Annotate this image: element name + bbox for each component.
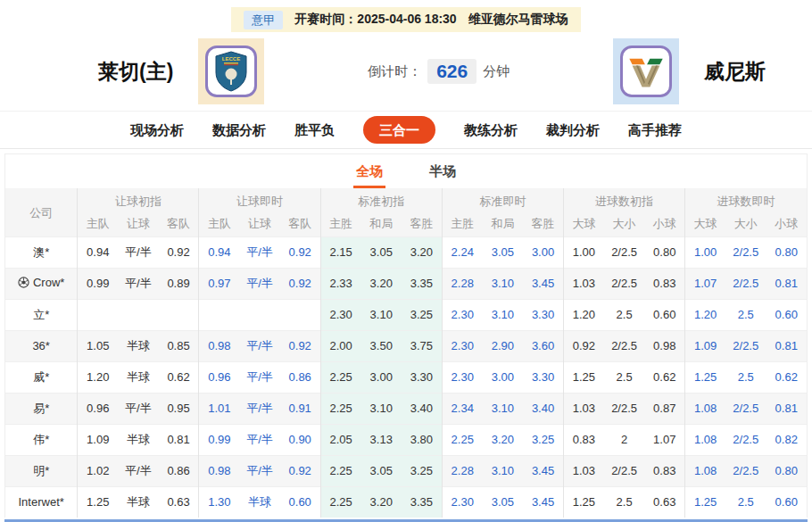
odds-cell[interactable]: 0.80 [766,236,807,268]
odds-cell[interactable]: 1.01 [199,393,239,424]
odds-cell[interactable]: 0.82 [766,424,807,455]
odds-cell[interactable]: 3.00 [483,361,523,393]
league-badge[interactable]: 意甲 [244,11,283,29]
odds-cell[interactable]: 半球 [239,486,279,518]
nav-tab-7[interactable]: 高手推荐 [628,123,682,137]
odds-cell[interactable]: 3.60 [523,330,563,361]
odds-cell[interactable]: 0.92 [280,236,320,268]
odds-cell[interactable]: 1.20 [685,299,725,330]
odds-cell[interactable]: 0.60 [280,486,320,518]
odds-cell[interactable]: 0.92 [280,455,320,486]
odds-cell[interactable]: 0.92 [280,268,320,299]
odds-cell[interactable]: 3.05 [483,486,523,518]
nav-tab-5[interactable]: 教练分析 [464,123,518,137]
nav-tab-2[interactable]: 数据分析 [212,123,266,137]
odds-cell[interactable]: 3.25 [523,424,563,455]
odds-cell[interactable]: 2.5 [725,486,766,518]
odds-cell[interactable]: 2.30 [442,486,482,518]
odds-cell: 2/2.5 [604,330,644,361]
odds-cell[interactable]: 2.30 [442,299,482,330]
odds-cell[interactable]: 平/半 [239,268,279,299]
odds-cell[interactable]: 1.25 [685,361,725,393]
odds-cell[interactable]: 0.98 [199,330,239,361]
nav-tab-4[interactable]: 三合一 [363,116,435,144]
odds-cell[interactable]: 3.10 [483,393,523,424]
odds-cell[interactable]: 平/半 [239,236,279,268]
company-cell: 澳* [5,236,78,268]
odds-cell[interactable]: 2/2.5 [725,268,766,299]
odds-cell[interactable]: 2/2.5 [725,236,766,268]
odds-cell[interactable]: 0.96 [199,361,239,393]
odds-cell[interactable] [239,299,279,330]
odds-cell[interactable]: 1.30 [199,486,239,518]
sub-header: 和局 [483,211,523,236]
odds-cell[interactable]: 2.30 [442,361,482,393]
odds-cell[interactable]: 平/半 [239,330,279,361]
odds-cell[interactable]: 1.25 [685,486,725,518]
odds-cell[interactable]: 3.10 [483,268,523,299]
odds-cell[interactable]: 1.09 [685,330,725,361]
odds-cell[interactable]: 0.60 [766,299,807,330]
odds-cell[interactable]: 0.80 [766,455,807,486]
odds-cell[interactable]: 2.24 [442,236,482,268]
odds-cell[interactable]: 2.30 [442,330,482,361]
odds-cell[interactable]: 1.08 [685,455,725,486]
odds-cell[interactable] [280,299,320,330]
nav-tab-6[interactable]: 裁判分析 [546,123,600,137]
odds-cell[interactable]: 平/半 [239,455,279,486]
odds-cell[interactable]: 平/半 [239,424,279,455]
odds-cell[interactable]: 2/2.5 [725,330,766,361]
odds-cell[interactable]: 0.91 [280,393,320,424]
odds-cell[interactable]: 3.45 [523,486,563,518]
odds-cell[interactable]: 2/2.5 [725,393,766,424]
odds-cell[interactable]: 3.30 [523,299,563,330]
odds-cell[interactable]: 2.28 [442,455,482,486]
odds-cell[interactable]: 2.28 [442,268,482,299]
odds-cell[interactable]: 0.86 [280,361,320,393]
odds-cell[interactable]: 0.90 [280,424,320,455]
odds-cell[interactable]: 2.34 [442,393,482,424]
odds-cell[interactable]: 3.10 [483,455,523,486]
odds-cell[interactable]: 1.07 [685,268,725,299]
odds-cell[interactable]: 2/2.5 [725,455,766,486]
odds-cell[interactable]: 0.97 [199,268,239,299]
odds-cell[interactable]: 0.99 [199,424,239,455]
odds-cell[interactable] [199,299,239,330]
odds-cell[interactable]: 3.45 [523,455,563,486]
odds-cell[interactable]: 2.90 [483,330,523,361]
odds-cell[interactable]: 0.60 [766,486,807,518]
odds-cell[interactable]: 3.10 [483,299,523,330]
sub-header: 大球 [685,211,725,236]
odds-cell[interactable]: 0.81 [766,268,807,299]
odds-cell[interactable]: 0.81 [766,330,807,361]
odds-cell[interactable]: 2/2.5 [725,424,766,455]
odds-cell[interactable]: 3.30 [523,361,563,393]
odds-cell[interactable]: 1.00 [685,236,725,268]
odds-cell[interactable]: 0.62 [766,361,807,393]
odds-cell[interactable]: 2.5 [725,299,766,330]
odds-cell[interactable]: 1.08 [685,393,725,424]
odds-cell[interactable]: 3.00 [523,236,563,268]
odds-cell[interactable]: 0.92 [280,330,320,361]
nav-tab-1[interactable]: 现场分析 [130,123,184,137]
odds-cell: 0.98 [644,330,684,361]
odds-cell[interactable]: 0.98 [199,455,239,486]
odds-cell[interactable]: 0.81 [766,393,807,424]
odds-cell: 3.35 [402,486,442,518]
odds-cell: 0.80 [644,236,684,268]
odds-cell[interactable]: 3.45 [523,268,563,299]
odds-cell[interactable]: 3.20 [483,424,523,455]
odds-cell: 1.00 [564,236,604,268]
odds-cell[interactable]: 平/半 [239,361,279,393]
period-tab-1[interactable]: 全场 [353,163,385,188]
odds-cell[interactable]: 3.40 [523,393,563,424]
odds-cell[interactable]: 3.05 [483,236,523,268]
nav-tab-3[interactable]: 胜平负 [294,123,335,137]
period-tab-2[interactable]: 半场 [427,163,459,188]
odds-cell[interactable]: 2.25 [442,424,482,455]
odds-cell[interactable]: 平/半 [239,393,279,424]
odds-cell[interactable]: 1.08 [685,424,725,455]
odds-cell[interactable]: 2.5 [725,361,766,393]
odds-cell: 半球 [118,330,158,361]
odds-cell[interactable]: 0.94 [199,236,239,268]
